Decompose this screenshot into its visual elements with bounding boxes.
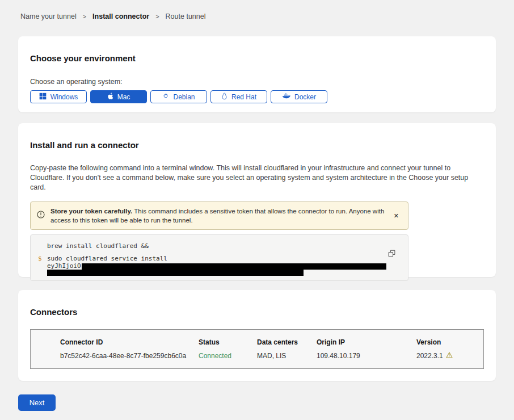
os-button-group: Windows Mac Debian [30, 90, 484, 103]
debian-icon [162, 93, 169, 101]
breadcrumb-step-name-your-tunnel: Name your tunnel [20, 12, 77, 20]
page-background: { "breadcrumb": { "separator": ">", "ite… [0, 0, 514, 420]
token-warning-title: Store your token carefully. [50, 208, 132, 215]
version-cell: 2022.3.1 [416, 352, 483, 360]
copy-command-button[interactable] [388, 250, 395, 257]
info-circle-icon [37, 211, 45, 221]
connector-id-cell: b7c52c42-6caa-48ee-8c77-fbe259cb6c0a [60, 352, 199, 360]
os-button-label: Red Hat [231, 93, 256, 101]
os-button-debian[interactable]: Debian [150, 90, 207, 103]
token-warning-banner: Store your token carefully. This command… [30, 201, 408, 230]
redhat-icon [221, 93, 227, 102]
breadcrumb-separator: > [155, 13, 159, 20]
copy-icon [388, 250, 395, 259]
token-prefix: eyJhIjoiO [47, 262, 81, 270]
code-line-token-continued [31, 270, 408, 276]
token-warning-text: Store your token carefully. This command… [50, 207, 386, 225]
install-description: Copy-paste the following command into a … [30, 163, 481, 192]
x-icon: ✕ [394, 212, 399, 219]
os-button-label: Windows [50, 93, 78, 101]
code-text: brew install cloudflared && [47, 242, 149, 250]
code-line-install: $ sudo cloudflared service install [31, 255, 408, 262]
next-button[interactable]: Next [18, 394, 56, 411]
docker-icon [282, 93, 290, 101]
data-centers-cell: MAD, LIS [257, 352, 317, 360]
code-line-token: eyJhIjoiO [31, 262, 408, 270]
os-button-label: Mac [117, 93, 130, 101]
os-button-label: Debian [173, 93, 195, 101]
os-button-docker[interactable]: Docker [271, 90, 327, 103]
origin-ip-cell: 109.48.10.179 [317, 352, 416, 360]
status-badge: Connected [199, 352, 257, 360]
os-select-label: Choose an operating system: [30, 78, 484, 86]
code-line-spacer [31, 250, 408, 255]
install-connector-title: Install and run a connector [30, 140, 484, 150]
connector-table-row: b7c52c42-6caa-48ee-8c77-fbe259cb6c0a Con… [60, 352, 483, 360]
install-connector-card: Install and run a connector Copy-paste t… [18, 123, 496, 277]
code-text: sudo cloudflared service install [47, 255, 167, 262]
col-header-data-centers: Data centers [257, 338, 317, 346]
install-command-code-block: brew install cloudflared && $ sudo cloud… [30, 234, 408, 281]
redacted-token-bar [47, 270, 304, 276]
breadcrumb-step-install-connector: Install connector [92, 12, 149, 20]
windows-icon [39, 93, 47, 102]
connectors-table-header: Connector ID Status Data centers Origin … [60, 338, 483, 346]
col-header-version: Version [416, 338, 483, 346]
page: Name your tunnel > Install connector > R… [0, 0, 514, 411]
os-button-mac[interactable]: Mac [90, 90, 147, 103]
connectors-title: Connectors [30, 307, 484, 317]
col-header-origin-ip: Origin IP [317, 338, 416, 346]
breadcrumb-separator: > [83, 13, 86, 20]
breadcrumb-step-route-tunnel: Route tunnel [166, 12, 206, 20]
redacted-token-bar [82, 263, 386, 270]
choose-environment-title: Choose your environment [30, 53, 484, 63]
shell-prompt: $ [38, 255, 42, 262]
banner-close-button[interactable]: ✕ [391, 212, 401, 220]
connectors-card: Connectors Connector ID Status Data cent… [18, 290, 496, 381]
breadcrumb: Name your tunnel > Install connector > R… [18, 12, 496, 20]
os-button-label: Docker [294, 93, 316, 101]
col-header-connector-id: Connector ID [60, 338, 199, 346]
version-value: 2022.3.1 [416, 352, 443, 360]
choose-environment-card: Choose your environment Choose an operat… [18, 36, 496, 112]
apple-icon [107, 93, 113, 102]
os-button-windows[interactable]: Windows [30, 90, 87, 103]
os-button-redhat[interactable]: Red Hat [210, 90, 267, 103]
code-line-brew: brew install cloudflared && [31, 242, 408, 250]
col-header-status: Status [199, 338, 257, 346]
warning-triangle-icon [446, 352, 453, 360]
connectors-table: Connector ID Status Data centers Origin … [30, 329, 484, 369]
